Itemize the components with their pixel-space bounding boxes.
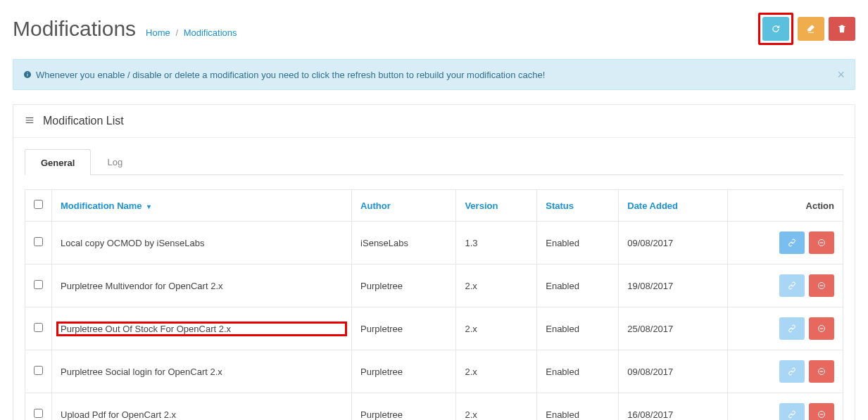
tab-log[interactable]: Log <box>91 149 139 174</box>
row-status: Enabled <box>537 222 619 265</box>
minus-circle-icon <box>817 324 826 333</box>
row-actions <box>727 393 843 421</box>
row-actions <box>727 307 843 350</box>
row-author: Purpletree <box>352 265 456 307</box>
info-alert: Whenever you enable / disable or delete … <box>13 59 855 90</box>
header-name-label: Modification Name <box>61 201 142 211</box>
row-name: Purpletree Social login for OpenCart 2.x <box>52 350 352 393</box>
refresh-icon <box>771 24 781 34</box>
header-buttons <box>758 13 855 45</box>
row-checkbox-cell <box>25 222 52 265</box>
header-version[interactable]: Version <box>456 190 537 222</box>
row-status: Enabled <box>537 393 619 421</box>
row-checkbox[interactable] <box>34 366 43 375</box>
refresh-button[interactable] <box>762 17 789 41</box>
table-row: Local copy OCMOD by iSenseLabsiSenseLabs… <box>25 222 843 265</box>
panel: Modification List General Log Modificati… <box>13 104 855 420</box>
table-row: Purpletree Social login for OpenCart 2.x… <box>25 350 843 393</box>
row-checkbox[interactable] <box>34 323 43 332</box>
row-checkbox-cell <box>25 265 52 307</box>
panel-title: Modification List <box>43 115 124 127</box>
row-author: Purpletree <box>352 350 456 393</box>
table-row: Purpletree Multivendor for OpenCart 2.xP… <box>25 265 843 307</box>
page-title: Modifications <box>13 17 136 41</box>
row-actions <box>727 350 843 393</box>
panel-body: General Log Modification Name ▾ Author V… <box>13 138 855 420</box>
header-action: Action <box>727 190 843 222</box>
row-actions <box>727 222 843 265</box>
row-link-button[interactable] <box>779 403 805 420</box>
row-author: iSenseLabs <box>352 222 456 265</box>
svg-rect-4 <box>820 243 824 243</box>
row-disable-button[interactable] <box>809 274 834 297</box>
row-name: Upload Pdf for OpenCart 2.x <box>52 393 352 421</box>
row-checkbox[interactable] <box>34 409 43 418</box>
header-date[interactable]: Date Added <box>619 190 727 222</box>
minus-circle-icon <box>817 367 826 376</box>
link-icon <box>788 410 796 419</box>
svg-rect-12 <box>820 414 824 415</box>
row-date: 09/08/2017 <box>619 222 727 265</box>
row-name-text: Purpletree Social login for OpenCart 2.x <box>61 367 343 377</box>
row-checkbox-cell <box>25 350 52 393</box>
row-version: 1.3 <box>456 222 537 265</box>
svg-rect-10 <box>820 371 824 372</box>
link-icon <box>788 281 796 290</box>
header-name[interactable]: Modification Name ▾ <box>52 190 352 222</box>
row-date: 16/08/2017 <box>619 393 727 421</box>
breadcrumb-separator: / <box>175 27 178 38</box>
row-disable-button[interactable] <box>809 317 834 340</box>
tabs: General Log <box>25 149 843 175</box>
row-name-text: Purpletree Multivendor for OpenCart 2.x <box>61 281 343 291</box>
row-date: 25/08/2017 <box>619 307 727 350</box>
row-date: 09/08/2017 <box>619 350 727 393</box>
refresh-highlight <box>758 13 793 45</box>
eraser-icon <box>806 24 816 34</box>
row-author: Purpletree <box>352 393 456 421</box>
row-disable-button[interactable] <box>809 231 834 254</box>
row-disable-button[interactable] <box>809 403 834 420</box>
row-checkbox-cell <box>25 307 52 350</box>
clear-button[interactable] <box>798 17 824 41</box>
alert-close-button[interactable]: × <box>837 68 845 81</box>
row-checkbox[interactable] <box>34 280 43 289</box>
row-version: 2.x <box>456 350 537 393</box>
header-author[interactable]: Author <box>352 190 456 222</box>
row-actions <box>727 265 843 307</box>
row-version: 2.x <box>456 307 537 350</box>
trash-icon <box>837 24 847 34</box>
row-name: Purpletree Out Of Stock For OpenCart 2.x <box>52 307 352 350</box>
row-name-text: Upload Pdf for OpenCart 2.x <box>61 409 343 420</box>
row-name-text: Local copy OCMOD by iSenseLabs <box>61 238 343 248</box>
select-all-checkbox[interactable] <box>34 200 43 209</box>
row-name: Local copy OCMOD by iSenseLabs <box>52 222 352 265</box>
alert-content: Whenever you enable / disable or delete … <box>23 70 545 80</box>
info-icon <box>23 70 32 79</box>
row-link-button[interactable] <box>779 274 805 297</box>
row-checkbox[interactable] <box>34 237 43 246</box>
row-link-button[interactable] <box>779 360 805 383</box>
row-link-button[interactable] <box>779 231 805 254</box>
delete-button[interactable] <box>829 17 855 41</box>
row-date: 19/08/2017 <box>619 265 727 307</box>
minus-circle-icon <box>817 410 826 419</box>
link-icon <box>788 367 796 376</box>
breadcrumb-home[interactable]: Home <box>146 27 170 38</box>
list-icon <box>25 115 34 127</box>
alert-text: Whenever you enable / disable or delete … <box>36 70 545 80</box>
header-checkbox-cell <box>25 190 52 222</box>
svg-rect-2 <box>27 72 28 73</box>
row-status: Enabled <box>537 350 619 393</box>
breadcrumb-current[interactable]: Modifications <box>184 27 237 38</box>
table-row: Upload Pdf for OpenCart 2.xPurpletree2.x… <box>25 393 843 421</box>
svg-rect-8 <box>820 329 824 329</box>
row-checkbox-cell <box>25 393 52 421</box>
table-row: Purpletree Out Of Stock For OpenCart 2.x… <box>25 307 843 350</box>
svg-rect-6 <box>820 286 824 286</box>
row-link-button[interactable] <box>779 317 805 340</box>
row-status: Enabled <box>537 307 619 350</box>
tab-general[interactable]: General <box>25 149 91 175</box>
row-version: 2.x <box>456 393 537 421</box>
row-disable-button[interactable] <box>809 360 834 383</box>
header-status[interactable]: Status <box>537 190 619 222</box>
